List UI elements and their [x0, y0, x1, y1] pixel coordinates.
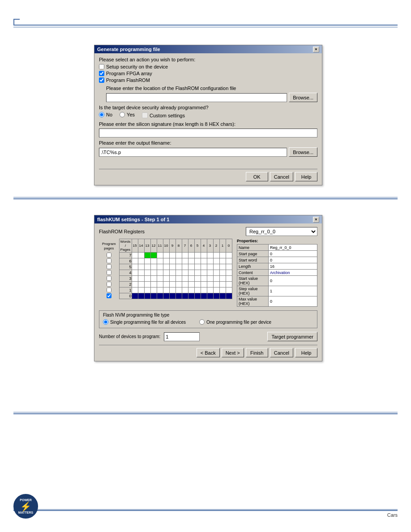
- dialog1-cancel-btn[interactable]: Cancel: [270, 172, 293, 181]
- cell-7-2[interactable]: [213, 253, 219, 258]
- cell-6-13[interactable]: [144, 258, 150, 264]
- cell-3-11[interactable]: [157, 276, 163, 282]
- cell-3-3[interactable]: [207, 276, 213, 282]
- dialog2-close-btn[interactable]: ×: [313, 217, 319, 223]
- cell-4-5[interactable]: [194, 270, 201, 276]
- cell-7-11[interactable]: [157, 253, 163, 258]
- cell-2-2[interactable]: [213, 282, 219, 287]
- cell-2-6[interactable]: [188, 282, 194, 287]
- dialog1-signature-input[interactable]: [99, 129, 317, 137]
- cell-3-0[interactable]: [226, 276, 232, 282]
- cell-5-4[interactable]: [201, 264, 207, 270]
- cell-6-6[interactable]: [188, 258, 194, 264]
- cell-4-1[interactable]: [219, 270, 226, 276]
- cell-2-0[interactable]: [226, 282, 232, 287]
- cell-6-8[interactable]: [176, 258, 182, 264]
- cell-1-13[interactable]: [144, 287, 150, 293]
- cell-3-5[interactable]: [194, 276, 201, 282]
- cell-6-5[interactable]: [194, 258, 201, 264]
- dialog1-help-btn[interactable]: Help: [295, 172, 317, 181]
- cell-3-2[interactable]: [213, 276, 219, 282]
- num-devices-input[interactable]: [164, 332, 200, 341]
- cell-5-15[interactable]: [132, 264, 138, 270]
- row-checkbox-5[interactable]: [107, 264, 111, 269]
- dialog1-browse1-btn[interactable]: Browse...: [289, 93, 317, 102]
- cell-1-11[interactable]: [157, 287, 163, 293]
- cell-1-6[interactable]: [188, 287, 194, 293]
- cell-6-12[interactable]: [150, 258, 157, 264]
- cell-3-12[interactable]: [150, 276, 157, 282]
- cell-1-8[interactable]: [176, 287, 182, 293]
- cell-3-7[interactable]: [182, 276, 188, 282]
- cell-1-4[interactable]: [201, 287, 207, 293]
- cell-2-3[interactable]: [207, 282, 213, 287]
- cell-1-5[interactable]: [194, 287, 201, 293]
- cell-6-1[interactable]: [219, 258, 226, 264]
- row-checkbox-2[interactable]: [107, 282, 111, 287]
- cell-3-15[interactable]: [132, 276, 138, 282]
- cell-7-13[interactable]: [144, 253, 150, 258]
- cell-1-7[interactable]: [182, 287, 188, 293]
- cell-5-11[interactable]: [157, 264, 163, 270]
- cell-0-0[interactable]: [226, 293, 232, 299]
- cell-1-15[interactable]: [132, 287, 138, 293]
- cell-5-5[interactable]: [194, 264, 201, 270]
- cell-3-1[interactable]: [219, 276, 226, 282]
- cell-7-3[interactable]: [207, 253, 213, 258]
- dialog2-finish-btn[interactable]: Finish: [246, 348, 268, 357]
- cell-3-9[interactable]: [169, 276, 176, 282]
- dialog1-close-btn[interactable]: ×: [313, 47, 319, 52]
- row-checkbox-4[interactable]: [107, 270, 111, 275]
- cell-3-8[interactable]: [176, 276, 182, 282]
- cell-0-4[interactable]: [201, 293, 207, 299]
- row-checkbox-6[interactable]: [107, 258, 111, 263]
- cell-1-3[interactable]: [207, 287, 213, 293]
- cell-3-4[interactable]: [201, 276, 207, 282]
- cell-7-6[interactable]: [188, 253, 194, 258]
- cell-2-12[interactable]: [150, 282, 157, 287]
- row-checkbox-1[interactable]: [107, 287, 111, 292]
- cell-1-1[interactable]: [219, 287, 226, 293]
- cell-2-4[interactable]: [201, 282, 207, 287]
- cell-6-10[interactable]: [163, 258, 169, 264]
- cell-7-7[interactable]: [182, 253, 188, 258]
- dialog2-register-dropdown[interactable]: Reg_rr_0_0: [246, 227, 317, 236]
- cell-7-8[interactable]: [176, 253, 182, 258]
- cell-0-14[interactable]: [138, 293, 144, 299]
- cell-2-13[interactable]: [144, 282, 150, 287]
- cell-1-2[interactable]: [213, 287, 219, 293]
- dialog1-checkbox2[interactable]: [99, 71, 104, 76]
- cell-2-7[interactable]: [182, 282, 188, 287]
- cell-6-0[interactable]: [226, 258, 232, 264]
- cell-7-0[interactable]: [226, 253, 232, 258]
- cell-2-15[interactable]: [132, 282, 138, 287]
- cell-7-10[interactable]: [163, 253, 169, 258]
- cell-5-10[interactable]: [163, 264, 169, 270]
- cell-0-11[interactable]: [157, 293, 163, 299]
- cell-4-6[interactable]: [188, 270, 194, 276]
- cell-4-14[interactable]: [138, 270, 144, 276]
- cell-4-13[interactable]: [144, 270, 150, 276]
- cell-4-11[interactable]: [157, 270, 163, 276]
- cell-3-14[interactable]: [138, 276, 144, 282]
- cell-5-13[interactable]: [144, 264, 150, 270]
- dialog1-ok-btn[interactable]: OK: [246, 172, 268, 181]
- dialog1-flashrom-path[interactable]: F:\Apigen\User\KUM\src1_design\release\O…: [106, 93, 287, 102]
- cell-7-14[interactable]: [138, 253, 144, 258]
- dialog1-radio2[interactable]: [120, 112, 125, 117]
- cell-5-12[interactable]: [150, 264, 157, 270]
- cell-6-2[interactable]: [213, 258, 219, 264]
- cell-5-2[interactable]: [213, 264, 219, 270]
- cell-5-1[interactable]: [219, 264, 226, 270]
- cell-6-7[interactable]: [182, 258, 188, 264]
- dialog1-checkbox1[interactable]: [99, 64, 104, 69]
- cell-0-3[interactable]: [207, 293, 213, 299]
- cell-0-8[interactable]: [176, 293, 182, 299]
- cell-0-1[interactable]: [219, 293, 226, 299]
- cell-1-9[interactable]: [169, 287, 176, 293]
- cell-5-6[interactable]: [188, 264, 194, 270]
- cell-1-14[interactable]: [138, 287, 144, 293]
- dialog2-back-btn[interactable]: < Back: [197, 348, 220, 357]
- cell-3-13[interactable]: [144, 276, 150, 282]
- cell-0-13[interactable]: [144, 293, 150, 299]
